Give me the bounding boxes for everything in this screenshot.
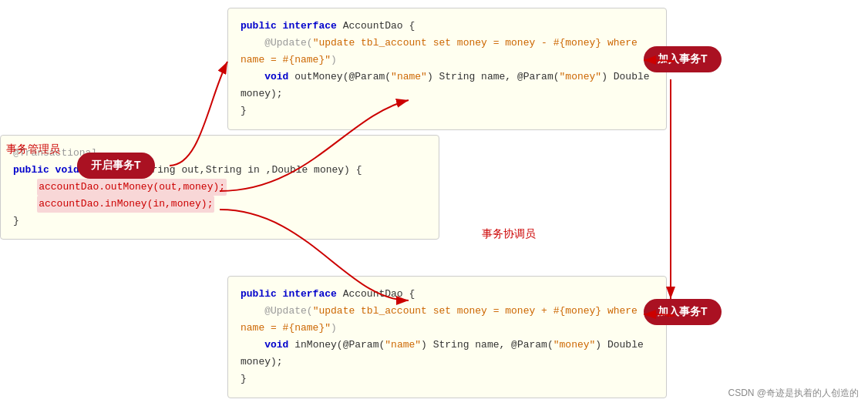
top-code-box: public interface AccountDao { @Update("u… <box>227 8 667 130</box>
watermark: CSDN @奇迹是执着的人创造的 <box>728 387 859 400</box>
mid-code-box: @Transactional public void transfer(Stri… <box>0 135 439 240</box>
mid-code-line1: @Transactional <box>13 145 426 162</box>
mid-code-line3: accountDao.outMoney(out,money); <box>13 179 426 196</box>
top-code-line4: } <box>241 102 654 119</box>
bot-code-box: public interface AccountDao { @Update("u… <box>227 276 667 398</box>
join-transaction-bot-badge: 加入事务T <box>644 299 722 325</box>
mid-code-line5: } <box>13 213 426 230</box>
coordinator-label: 事务协调员 <box>482 227 536 241</box>
top-code-line3: void outMoney(@Param("name") String name… <box>241 69 654 102</box>
mid-code-line2: public void transfer(String out,String i… <box>13 162 426 179</box>
manager-label: 事务管理员 <box>6 143 60 156</box>
top-code-line2: @Update("update tbl_account set money = … <box>241 35 654 69</box>
mid-code-line4: accountDao.inMoney(in,money); <box>13 196 426 213</box>
bot-code-line4: } <box>241 371 654 388</box>
bot-code-line2: @Update("update tbl_account set money = … <box>241 303 654 337</box>
start-transaction-badge: 开启事务T <box>77 153 155 179</box>
bot-code-line1: public interface AccountDao { <box>241 286 654 303</box>
bot-code-line3: void inMoney(@Param("name") String name,… <box>241 337 654 371</box>
join-transaction-top-badge: 加入事务T <box>644 46 722 72</box>
top-code-line1: public interface AccountDao { <box>241 18 654 35</box>
